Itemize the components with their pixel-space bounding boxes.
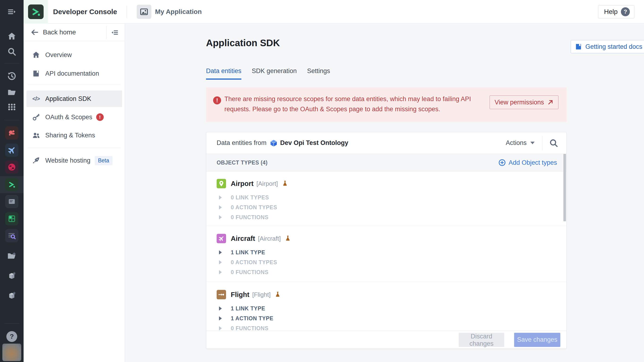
panel-divider (28, 148, 121, 148)
folder-open-icon[interactable] (0, 86, 24, 99)
object-name[interactable]: Flight (231, 291, 250, 298)
add-object-types-button[interactable]: Add Object types (498, 159, 557, 166)
object-type-aircraft: Aircraft [Aircraft] 1 LINK TYPE 0 ACTION… (206, 226, 566, 282)
people-icon (32, 132, 40, 139)
object-name[interactable]: Airport (231, 180, 254, 188)
list-scrollbar-thumb[interactable] (564, 154, 566, 221)
menu-open-icon[interactable] (0, 6, 24, 18)
user-avatar[interactable] (2, 344, 21, 361)
app-rail: ? (0, 0, 24, 362)
functions-row[interactable]: 0 FUNCTIONS (217, 212, 566, 222)
object-types-section-header: OBJECT TYPES (4) Add Object types (206, 154, 566, 172)
card-header-divider (542, 136, 542, 150)
panel-divider (28, 84, 121, 85)
object-name[interactable]: Aircraft (231, 235, 255, 242)
arrow-to-dot-icon (217, 290, 226, 299)
caret-right-icon (219, 196, 224, 200)
action-types-row[interactable]: 1 ACTION TYPE (217, 314, 566, 323)
sidebar-item-application-sdk[interactable]: </> Application SDK (26, 90, 122, 107)
card-footer: Discard changes Save changes (206, 331, 566, 348)
app-tile-developer-console-icon[interactable] (0, 178, 24, 191)
save-changes-button[interactable]: Save changes (514, 333, 560, 347)
sidebar-item-overview[interactable]: Overview (26, 48, 122, 62)
apps-grid-icon[interactable] (0, 100, 24, 114)
home-icon (32, 51, 40, 59)
developer-console-app: ? Developer Console My Application Help … (0, 0, 644, 362)
home-icon[interactable] (0, 30, 24, 43)
app-tile-red-blobs-icon[interactable] (0, 126, 24, 140)
link-types-row[interactable]: 0 LINK TYPES (217, 192, 566, 202)
functions-row[interactable]: 0 FUNCTIONS (217, 267, 566, 277)
history-icon[interactable] (0, 70, 24, 83)
object-type-list: Airport [Airport] 0 LINK TYPES 0 ACTION … (206, 172, 566, 331)
back-home-label[interactable]: Back home (43, 28, 76, 36)
object-types-count-label: OBJECT TYPES (4) (217, 160, 268, 166)
discard-changes-button[interactable]: Discard changes (459, 333, 504, 347)
app-tile-object-search-icon[interactable] (0, 229, 24, 242)
app-nav-panel: Back home Overview API documentation </>… (24, 24, 125, 362)
missing-scopes-warning-banner: ! There are missing resource scopes for … (206, 88, 567, 122)
panel-header-divider (106, 26, 106, 39)
plus-circle-icon (498, 159, 506, 166)
top-bar: Developer Console My Application Help ? (24, 0, 644, 24)
help-icon[interactable]: ? (0, 331, 24, 342)
ontology-name[interactable]: Dev Opi Test Ontology (280, 139, 348, 146)
getting-started-docs-button[interactable]: Getting started docs (571, 40, 644, 53)
caret-right-icon (219, 270, 224, 274)
caret-right-icon (219, 205, 224, 210)
functions-row[interactable]: 0 FUNCTIONS (217, 323, 566, 331)
chevron-down-icon[interactable] (530, 142, 534, 144)
error-badge-icon: ! (96, 113, 104, 121)
app-tile-green-grid-icon[interactable] (0, 212, 24, 225)
main-content: Application SDK Getting started docs Dat… (125, 24, 644, 362)
actions-dropdown[interactable]: Actions (506, 139, 526, 146)
tab-sdk-generation[interactable]: SDK generation (252, 68, 297, 80)
object-type-airport: Airport [Airport] 0 LINK TYPES 0 ACTION … (206, 172, 566, 226)
question-mark-icon: ? (621, 7, 630, 16)
book-icon (575, 43, 582, 50)
workspace-name[interactable]: My Application (155, 8, 202, 16)
beta-badge: Beta (95, 156, 112, 165)
app-tile-globe-icon[interactable] (0, 160, 24, 174)
view-permissions-button[interactable]: View permissions (490, 96, 558, 109)
developer-console-logo[interactable] (24, 0, 48, 24)
rocket-icon (32, 157, 40, 164)
tab-settings[interactable]: Settings (307, 68, 330, 80)
key-icon (32, 113, 40, 121)
panel-header: Back home (24, 24, 125, 41)
code-icon: </> (32, 96, 40, 102)
back-arrow-icon[interactable] (31, 28, 39, 36)
object-api-name: [Airport] (256, 180, 278, 187)
caret-right-icon (219, 250, 224, 254)
developer-console-logo-icon (28, 4, 44, 19)
rail-divider (4, 323, 19, 324)
link-types-row[interactable]: 1 LINK TYPE (217, 304, 566, 314)
search-icon[interactable] (550, 139, 558, 147)
app-tile-form-icon[interactable] (0, 195, 24, 208)
manual-icon (32, 70, 40, 77)
tab-data-entities[interactable]: Data entities (206, 68, 242, 80)
collapse-panel-icon[interactable] (110, 28, 120, 37)
sidebar-item-oauth-scopes[interactable]: OAuth & Scopes ! (26, 110, 122, 124)
help-button[interactable]: Help ? (598, 5, 634, 18)
search-icon[interactable] (0, 45, 24, 58)
application-image-icon[interactable] (137, 5, 151, 19)
object-type-flight: Flight [Flight] 1 LINK TYPE 1 ACTION TYP… (206, 282, 566, 331)
sidebar-item-website-hosting[interactable]: Website hosting Beta (26, 154, 122, 167)
link-types-row[interactable]: 1 LINK TYPE (217, 248, 566, 257)
package-star-icon[interactable] (0, 289, 24, 302)
app-tile-airplane-icon[interactable] (0, 144, 24, 157)
topbar-divider (126, 6, 127, 18)
app-title: Developer Console (53, 8, 117, 16)
action-types-row[interactable]: 0 ACTION TYPES (217, 257, 566, 267)
experimental-flask-icon (282, 180, 288, 187)
sidebar-item-sharing-tokens[interactable]: Sharing & Tokens (26, 129, 122, 142)
caret-right-icon (219, 316, 224, 320)
package-star-icon[interactable] (0, 269, 24, 282)
arrow-top-right-icon (547, 99, 554, 105)
sidebar-item-api-documentation[interactable]: API documentation (26, 67, 122, 80)
caret-right-icon (219, 260, 224, 264)
action-types-row[interactable]: 0 ACTION TYPES (217, 202, 566, 212)
project-folder-star-icon[interactable] (0, 249, 24, 262)
tab-bar: Data entities SDK generation Settings (206, 68, 330, 80)
